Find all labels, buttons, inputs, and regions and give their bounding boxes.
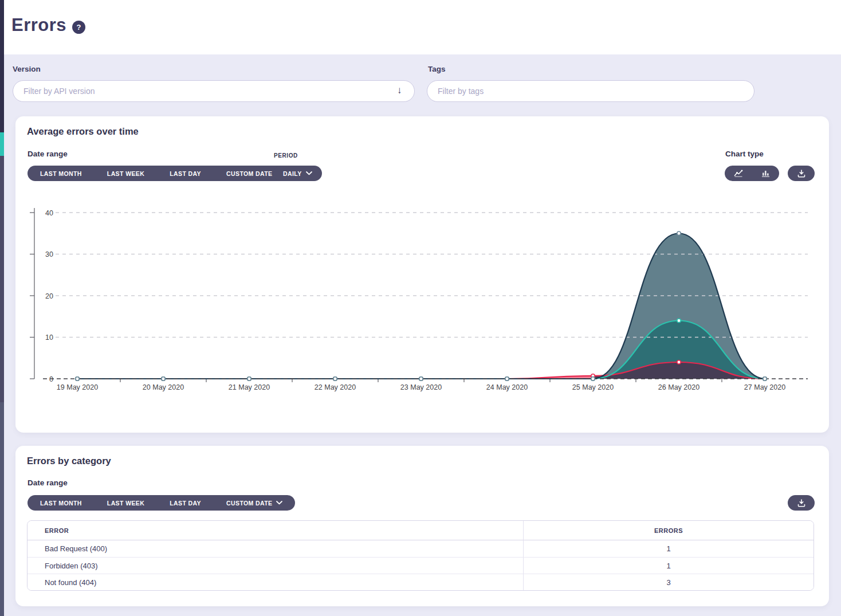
line-chart-button[interactable] [725, 166, 752, 181]
page-header: Errors ? [0, 0, 841, 54]
errors-chart: 01020304019 May 202020 May 202021 May 20… [15, 203, 829, 398]
last-month-button[interactable]: LAST MONTH [27, 166, 95, 181]
version-label: Version [13, 65, 41, 73]
download-icon [797, 499, 805, 507]
download-button[interactable] [788, 166, 815, 181]
errors-table: ERROR ERRORS Bad Request (400) 1 Forbidd… [27, 520, 814, 591]
avg-errors-card: Average errors over time Date range LAST… [15, 116, 829, 433]
last-day-button[interactable]: LAST DAY [157, 495, 214, 511]
error-name: Forbidden (403) [27, 557, 524, 574]
table-row: Forbidden (403) 1 [27, 557, 814, 574]
page-title: Errors [11, 15, 66, 36]
svg-text:40: 40 [45, 209, 53, 217]
last-day-button[interactable]: LAST DAY [157, 166, 214, 181]
table-row: Not found (404) 3 [27, 574, 814, 590]
table-header-row: ERROR ERRORS [27, 521, 814, 540]
errors-by-category-card: Errors by category Date range LAST MONTH… [15, 446, 829, 606]
chart-type-label: Chart type [725, 150, 764, 158]
bar-chart-icon [761, 170, 770, 177]
download-button[interactable] [788, 495, 815, 511]
svg-text:24 May 2020: 24 May 2020 [486, 383, 528, 391]
sidebar-edge-top [0, 0, 4, 132]
chart-type-button-group [725, 166, 779, 181]
date-range-button-group: LAST MONTH LAST WEEK LAST DAY CUSTOM DAT… [27, 166, 295, 181]
last-week-button[interactable]: LAST WEEK [95, 166, 157, 181]
help-icon[interactable]: ? [72, 21, 85, 34]
date-range-button-group: LAST MONTH LAST WEEK LAST DAY CUSTOM DAT… [27, 495, 295, 511]
bar-chart-button[interactable] [752, 166, 779, 181]
svg-text:19 May 2020: 19 May 2020 [57, 383, 98, 391]
error-count: 3 [524, 574, 814, 590]
svg-text:20: 20 [45, 292, 53, 300]
error-name: Not found (404) [27, 574, 524, 590]
table-row: Bad Request (400) 1 [27, 540, 814, 557]
svg-text:26 May 2020: 26 May 2020 [658, 383, 699, 391]
errors-column-header: ERRORS [524, 521, 814, 540]
sidebar-edge-mid [0, 156, 4, 402]
tags-label: Tags [428, 65, 446, 73]
svg-text:20 May 2020: 20 May 2020 [143, 383, 184, 391]
error-name: Bad Request (400) [27, 540, 524, 557]
svg-text:22 May 2020: 22 May 2020 [315, 383, 356, 391]
custom-date-button[interactable]: CUSTOM DATE [214, 495, 295, 511]
svg-text:25 May 2020: 25 May 2020 [572, 383, 614, 391]
svg-text:10: 10 [45, 333, 53, 342]
error-column-header: ERROR [27, 521, 524, 540]
chevron-down-icon [306, 171, 312, 175]
sidebar-edge-active-indicator [0, 132, 4, 156]
svg-text:27 May 2020: 27 May 2020 [744, 383, 785, 391]
download-icon [797, 170, 805, 178]
line-chart-icon [734, 170, 743, 177]
period-select[interactable]: DAILY [273, 166, 322, 181]
date-range-label: Date range [27, 150, 68, 158]
avg-card-title: Average errors over time [27, 126, 139, 137]
category-card-title: Errors by category [27, 456, 111, 466]
error-count: 1 [524, 557, 814, 574]
error-count: 1 [524, 540, 814, 557]
last-week-button[interactable]: LAST WEEK [95, 495, 157, 511]
date-range-label: Date range [27, 478, 68, 487]
period-label: PERIOD [274, 152, 298, 159]
svg-text:21 May 2020: 21 May 2020 [229, 383, 270, 391]
svg-text:30: 30 [45, 250, 53, 258]
version-select-input[interactable] [13, 80, 415, 102]
svg-text:23 May 2020: 23 May 2020 [400, 383, 442, 391]
last-month-button[interactable]: LAST MONTH [27, 495, 95, 511]
chevron-down-icon [276, 501, 282, 505]
sidebar-edge-bottom [0, 402, 4, 616]
tags-input[interactable] [427, 80, 754, 102]
filter-bar: Version ↓ Tags ADD TAG [0, 54, 841, 116]
